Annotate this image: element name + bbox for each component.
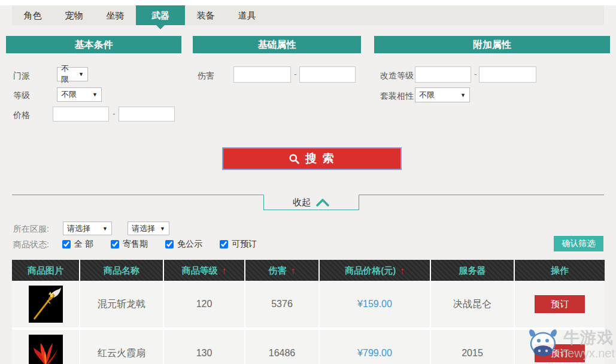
section-extra-attributes: 附加属性 xyxy=(374,36,610,53)
results-table: 商品图片 商品名称 商品等级 ↑ 伤害 ↑ 商品价格(元) ↑ 服务器 操作 xyxy=(12,260,605,364)
status-label: 商品状态: xyxy=(13,239,49,250)
table-row: 混元斩龙戟 120 5376 ¥159.00 决战昆仑 预订 xyxy=(12,281,605,330)
item-image-cell xyxy=(12,281,80,327)
level-label: 等级 xyxy=(13,90,30,101)
active-tab-pointer-icon xyxy=(156,25,165,29)
set-affinity-label: 套装相性 xyxy=(380,91,414,102)
item-action-cell: 预订 xyxy=(515,281,605,327)
damage-max-input[interactable] xyxy=(299,66,356,83)
col-header-damage[interactable]: 伤害 ↑ xyxy=(245,260,320,281)
col-header-name-label: 商品名称 xyxy=(104,260,139,281)
col-header-name[interactable]: 商品名称 xyxy=(80,260,164,281)
status-option-reservable-label: 可预订 xyxy=(232,239,257,250)
status-option-all-label: 全 部 xyxy=(74,239,93,250)
item-image-cell xyxy=(12,330,80,364)
region-select-2-value: 请选择 xyxy=(132,223,155,234)
dropdown-arrow-icon: ▼ xyxy=(92,92,98,98)
modify-range-dash: - xyxy=(474,69,477,79)
flame-fan-image[interactable] xyxy=(29,335,63,364)
col-header-server-label: 服务器 xyxy=(459,260,486,281)
item-name[interactable]: 红云火霞扇 xyxy=(80,330,164,364)
col-header-action: 操作 xyxy=(515,260,605,281)
status-option-consign[interactable]: 寄售期 xyxy=(111,239,148,250)
sort-asc-icon[interactable]: ↑ xyxy=(400,260,405,281)
price-range-dash: - xyxy=(113,109,116,119)
region-label: 所在区服: xyxy=(13,224,49,235)
col-header-price-label: 商品价格(元) xyxy=(345,260,396,281)
item-action-cell: 预订 xyxy=(515,330,605,364)
search-button[interactable]: 搜 索 xyxy=(222,147,402,170)
level-select[interactable]: 不限 ▼ xyxy=(57,87,102,102)
col-header-server[interactable]: 服务器 xyxy=(431,260,515,281)
tab-weapon-label: 武器 xyxy=(151,10,169,20)
sort-asc-icon[interactable]: ↑ xyxy=(222,260,227,281)
confirm-filter-button[interactable]: 确认筛选 xyxy=(554,236,603,251)
item-price: ¥159.00 xyxy=(320,281,431,327)
col-header-level[interactable]: 商品等级 ↑ xyxy=(164,260,245,281)
damage-min-input[interactable] xyxy=(233,66,291,83)
modify-max-input[interactable] xyxy=(479,66,536,83)
tab-pet[interactable]: 宠物 xyxy=(53,5,95,25)
section-basic-conditions: 基本条件 xyxy=(6,36,181,53)
damage-range-dash: - xyxy=(294,69,297,79)
section-base-attributes: 基础属性 xyxy=(193,36,361,53)
status-checkbox-group: 全 部 寄售期 免公示 可预订 xyxy=(62,239,257,250)
col-header-level-label: 商品等级 xyxy=(182,260,218,281)
item-server: 决战昆仑 xyxy=(431,281,515,327)
category-tabbar: 角色 宠物 坐骑 武器 装备 道具 xyxy=(12,5,604,25)
status-option-nopublic[interactable]: 免公示 xyxy=(165,239,202,250)
status-checkbox-nopublic[interactable] xyxy=(165,240,174,248)
table-header-row: 商品图片 商品名称 商品等级 ↑ 伤害 ↑ 商品价格(元) ↑ 服务器 操作 xyxy=(12,260,605,281)
sect-label: 门派 xyxy=(13,71,30,81)
search-button-label: 搜 索 xyxy=(305,151,335,166)
dropdown-arrow-icon: ▼ xyxy=(102,226,108,232)
item-server: 2015 xyxy=(431,330,515,364)
sect-select[interactable]: 不限 ▼ xyxy=(57,67,88,81)
sect-select-value: 不限 xyxy=(61,63,75,85)
price-min-input[interactable] xyxy=(53,107,109,122)
status-option-consign-label: 寄售期 xyxy=(123,239,148,250)
tab-character[interactable]: 角色 xyxy=(12,5,53,25)
modify-level-label: 改造等级 xyxy=(380,71,414,81)
status-checkbox-all[interactable] xyxy=(62,240,71,248)
col-header-image-label: 商品图片 xyxy=(28,260,63,281)
col-header-image[interactable]: 商品图片 xyxy=(12,260,80,281)
level-select-value: 不限 xyxy=(61,89,77,100)
dropdown-arrow-icon: ▼ xyxy=(460,92,466,98)
collapse-label: 收起 xyxy=(293,197,311,208)
set-affinity-select-value: 不限 xyxy=(419,90,435,101)
col-header-price[interactable]: 商品价格(元) ↑ xyxy=(320,260,431,281)
status-checkbox-consign[interactable] xyxy=(111,240,119,248)
search-icon xyxy=(289,153,300,165)
dropdown-arrow-icon: ▼ xyxy=(160,226,165,232)
status-option-all[interactable]: 全 部 xyxy=(62,239,93,250)
col-header-damage-label: 伤害 xyxy=(269,260,287,281)
tab-weapon[interactable]: 武器 xyxy=(136,5,185,25)
status-checkbox-reservable[interactable] xyxy=(220,240,228,248)
collapse-toggle[interactable]: 收起 xyxy=(263,195,359,210)
golden-halberd-image[interactable] xyxy=(29,286,63,323)
status-option-reservable[interactable]: 可预订 xyxy=(220,239,257,250)
chevron-up-icon xyxy=(315,198,330,207)
dropdown-arrow-icon: ▼ xyxy=(78,71,84,77)
col-header-action-label: 操作 xyxy=(551,260,569,281)
weapon-market-page: 角色 宠物 坐骑 武器 装备 道具 基本条件 基础属性 附加属性 门派 不限 ▼… xyxy=(0,0,616,364)
tab-item[interactable]: 道具 xyxy=(226,5,268,25)
region-select-1[interactable]: 请选择 ▼ xyxy=(63,222,112,235)
modify-min-input[interactable] xyxy=(415,66,471,83)
reserve-button[interactable]: 预订 xyxy=(535,295,585,313)
tab-equipment[interactable]: 装备 xyxy=(185,5,226,25)
status-option-nopublic-label: 免公示 xyxy=(177,239,202,250)
set-affinity-select[interactable]: 不限 ▼ xyxy=(415,87,470,102)
item-damage: 5376 xyxy=(245,281,320,327)
item-level: 120 xyxy=(164,281,245,327)
region-select-1-value: 请选择 xyxy=(67,223,90,234)
sort-asc-icon[interactable]: ↑ xyxy=(291,260,296,281)
price-max-input[interactable] xyxy=(119,107,175,122)
tab-mount[interactable]: 坐骑 xyxy=(95,5,136,25)
item-damage: 16486 xyxy=(245,330,320,364)
reserve-button[interactable]: 预订 xyxy=(535,344,585,362)
region-select-2[interactable]: 请选择 ▼ xyxy=(128,222,169,235)
item-name[interactable]: 混元斩龙戟 xyxy=(80,281,164,327)
table-row: 红云火霞扇 130 16486 ¥799.00 2015 预订 xyxy=(12,330,605,364)
